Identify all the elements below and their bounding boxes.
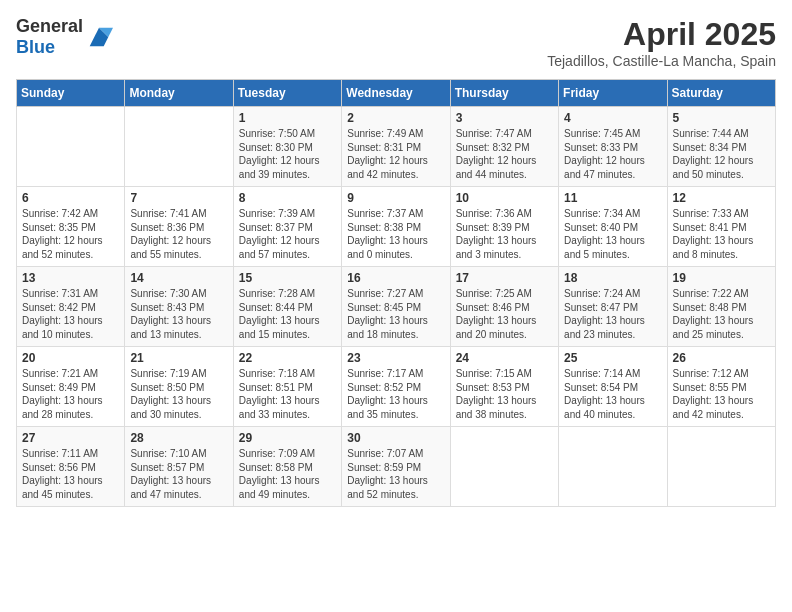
day-number: 1: [239, 111, 336, 125]
calendar-cell: 8Sunrise: 7:39 AMSunset: 8:37 PMDaylight…: [233, 187, 341, 267]
calendar-cell: 17Sunrise: 7:25 AMSunset: 8:46 PMDayligh…: [450, 267, 558, 347]
day-number: 19: [673, 271, 770, 285]
cell-content: Sunrise: 7:18 AMSunset: 8:51 PMDaylight:…: [239, 367, 336, 421]
cell-content: Sunrise: 7:25 AMSunset: 8:46 PMDaylight:…: [456, 287, 553, 341]
calendar-cell: 10Sunrise: 7:36 AMSunset: 8:39 PMDayligh…: [450, 187, 558, 267]
cell-content: Sunrise: 7:42 AMSunset: 8:35 PMDaylight:…: [22, 207, 119, 261]
logo-icon: [85, 23, 113, 51]
cell-content: Sunrise: 7:36 AMSunset: 8:39 PMDaylight:…: [456, 207, 553, 261]
day-header-monday: Monday: [125, 80, 233, 107]
day-number: 13: [22, 271, 119, 285]
cell-content: Sunrise: 7:28 AMSunset: 8:44 PMDaylight:…: [239, 287, 336, 341]
calendar-cell: 11Sunrise: 7:34 AMSunset: 8:40 PMDayligh…: [559, 187, 667, 267]
calendar-cell: [559, 427, 667, 507]
calendar-body: 1Sunrise: 7:50 AMSunset: 8:30 PMDaylight…: [17, 107, 776, 507]
day-number: 30: [347, 431, 444, 445]
cell-content: Sunrise: 7:34 AMSunset: 8:40 PMDaylight:…: [564, 207, 661, 261]
cell-content: Sunrise: 7:33 AMSunset: 8:41 PMDaylight:…: [673, 207, 770, 261]
logo: General Blue: [16, 16, 113, 58]
day-number: 24: [456, 351, 553, 365]
calendar-cell: 9Sunrise: 7:37 AMSunset: 8:38 PMDaylight…: [342, 187, 450, 267]
calendar-cell: 1Sunrise: 7:50 AMSunset: 8:30 PMDaylight…: [233, 107, 341, 187]
week-row-5: 27Sunrise: 7:11 AMSunset: 8:56 PMDayligh…: [17, 427, 776, 507]
day-number: 5: [673, 111, 770, 125]
calendar-cell: 26Sunrise: 7:12 AMSunset: 8:55 PMDayligh…: [667, 347, 775, 427]
cell-content: Sunrise: 7:17 AMSunset: 8:52 PMDaylight:…: [347, 367, 444, 421]
calendar-cell: [667, 427, 775, 507]
month-title: April 2025: [547, 16, 776, 53]
header-row: SundayMondayTuesdayWednesdayThursdayFrid…: [17, 80, 776, 107]
calendar-cell: 16Sunrise: 7:27 AMSunset: 8:45 PMDayligh…: [342, 267, 450, 347]
cell-content: Sunrise: 7:21 AMSunset: 8:49 PMDaylight:…: [22, 367, 119, 421]
calendar-cell: 4Sunrise: 7:45 AMSunset: 8:33 PMDaylight…: [559, 107, 667, 187]
cell-content: Sunrise: 7:31 AMSunset: 8:42 PMDaylight:…: [22, 287, 119, 341]
cell-content: Sunrise: 7:47 AMSunset: 8:32 PMDaylight:…: [456, 127, 553, 181]
day-number: 15: [239, 271, 336, 285]
week-row-1: 1Sunrise: 7:50 AMSunset: 8:30 PMDaylight…: [17, 107, 776, 187]
cell-content: Sunrise: 7:27 AMSunset: 8:45 PMDaylight:…: [347, 287, 444, 341]
logo-general: General: [16, 16, 83, 36]
day-number: 26: [673, 351, 770, 365]
header: General Blue April 2025 Tejadillos, Cast…: [16, 16, 776, 69]
calendar-cell: 12Sunrise: 7:33 AMSunset: 8:41 PMDayligh…: [667, 187, 775, 267]
calendar-cell: 5Sunrise: 7:44 AMSunset: 8:34 PMDaylight…: [667, 107, 775, 187]
calendar-table: SundayMondayTuesdayWednesdayThursdayFrid…: [16, 79, 776, 507]
day-number: 3: [456, 111, 553, 125]
calendar-cell: 7Sunrise: 7:41 AMSunset: 8:36 PMDaylight…: [125, 187, 233, 267]
cell-content: Sunrise: 7:09 AMSunset: 8:58 PMDaylight:…: [239, 447, 336, 501]
calendar-cell: 24Sunrise: 7:15 AMSunset: 8:53 PMDayligh…: [450, 347, 558, 427]
calendar-cell: 6Sunrise: 7:42 AMSunset: 8:35 PMDaylight…: [17, 187, 125, 267]
day-number: 17: [456, 271, 553, 285]
day-number: 21: [130, 351, 227, 365]
calendar-cell: 23Sunrise: 7:17 AMSunset: 8:52 PMDayligh…: [342, 347, 450, 427]
calendar-cell: 27Sunrise: 7:11 AMSunset: 8:56 PMDayligh…: [17, 427, 125, 507]
calendar-cell: [17, 107, 125, 187]
calendar-cell: 3Sunrise: 7:47 AMSunset: 8:32 PMDaylight…: [450, 107, 558, 187]
calendar-cell: 2Sunrise: 7:49 AMSunset: 8:31 PMDaylight…: [342, 107, 450, 187]
day-header-wednesday: Wednesday: [342, 80, 450, 107]
day-header-tuesday: Tuesday: [233, 80, 341, 107]
calendar-cell: [125, 107, 233, 187]
calendar-cell: 14Sunrise: 7:30 AMSunset: 8:43 PMDayligh…: [125, 267, 233, 347]
title-area: April 2025 Tejadillos, Castille-La Manch…: [547, 16, 776, 69]
calendar-cell: 18Sunrise: 7:24 AMSunset: 8:47 PMDayligh…: [559, 267, 667, 347]
cell-content: Sunrise: 7:10 AMSunset: 8:57 PMDaylight:…: [130, 447, 227, 501]
day-number: 18: [564, 271, 661, 285]
cell-content: Sunrise: 7:41 AMSunset: 8:36 PMDaylight:…: [130, 207, 227, 261]
logo-text: General Blue: [16, 16, 83, 58]
day-number: 23: [347, 351, 444, 365]
calendar-cell: 20Sunrise: 7:21 AMSunset: 8:49 PMDayligh…: [17, 347, 125, 427]
day-header-saturday: Saturday: [667, 80, 775, 107]
calendar-cell: [450, 427, 558, 507]
calendar-header: SundayMondayTuesdayWednesdayThursdayFrid…: [17, 80, 776, 107]
day-number: 27: [22, 431, 119, 445]
week-row-4: 20Sunrise: 7:21 AMSunset: 8:49 PMDayligh…: [17, 347, 776, 427]
day-number: 20: [22, 351, 119, 365]
cell-content: Sunrise: 7:39 AMSunset: 8:37 PMDaylight:…: [239, 207, 336, 261]
cell-content: Sunrise: 7:19 AMSunset: 8:50 PMDaylight:…: [130, 367, 227, 421]
day-number: 6: [22, 191, 119, 205]
day-number: 14: [130, 271, 227, 285]
calendar-cell: 25Sunrise: 7:14 AMSunset: 8:54 PMDayligh…: [559, 347, 667, 427]
cell-content: Sunrise: 7:12 AMSunset: 8:55 PMDaylight:…: [673, 367, 770, 421]
day-header-friday: Friday: [559, 80, 667, 107]
day-number: 16: [347, 271, 444, 285]
cell-content: Sunrise: 7:24 AMSunset: 8:47 PMDaylight:…: [564, 287, 661, 341]
cell-content: Sunrise: 7:50 AMSunset: 8:30 PMDaylight:…: [239, 127, 336, 181]
cell-content: Sunrise: 7:15 AMSunset: 8:53 PMDaylight:…: [456, 367, 553, 421]
day-number: 11: [564, 191, 661, 205]
week-row-2: 6Sunrise: 7:42 AMSunset: 8:35 PMDaylight…: [17, 187, 776, 267]
calendar-cell: 28Sunrise: 7:10 AMSunset: 8:57 PMDayligh…: [125, 427, 233, 507]
day-number: 12: [673, 191, 770, 205]
cell-content: Sunrise: 7:37 AMSunset: 8:38 PMDaylight:…: [347, 207, 444, 261]
day-number: 10: [456, 191, 553, 205]
day-header-thursday: Thursday: [450, 80, 558, 107]
day-header-sunday: Sunday: [17, 80, 125, 107]
cell-content: Sunrise: 7:44 AMSunset: 8:34 PMDaylight:…: [673, 127, 770, 181]
day-number: 25: [564, 351, 661, 365]
calendar-cell: 21Sunrise: 7:19 AMSunset: 8:50 PMDayligh…: [125, 347, 233, 427]
logo-blue: Blue: [16, 37, 55, 57]
day-number: 7: [130, 191, 227, 205]
cell-content: Sunrise: 7:49 AMSunset: 8:31 PMDaylight:…: [347, 127, 444, 181]
location-title: Tejadillos, Castille-La Mancha, Spain: [547, 53, 776, 69]
